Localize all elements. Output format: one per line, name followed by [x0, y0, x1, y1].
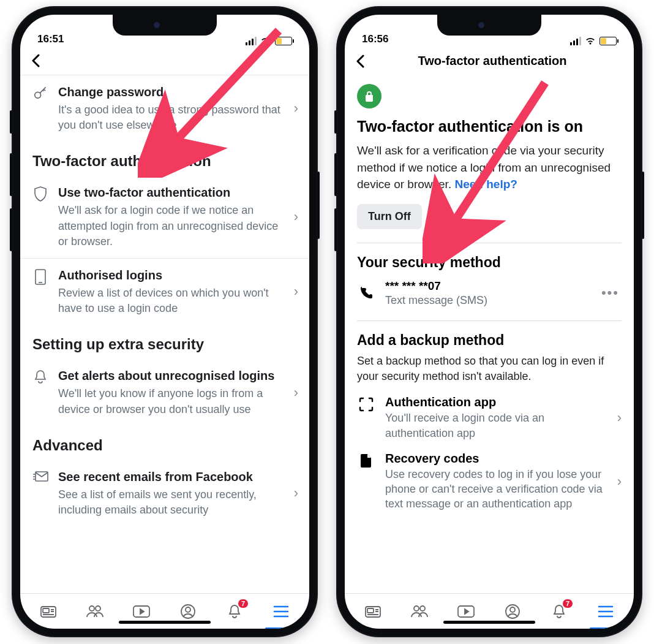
svg-point-10 [96, 606, 100, 611]
wifi-icon [585, 37, 596, 45]
more-options-icon[interactable]: ••• [599, 285, 622, 301]
back-button[interactable] [31, 54, 48, 67]
row-recent-emails[interactable]: See recent emails from Facebook See a li… [20, 460, 309, 526]
tab-menu[interactable] [269, 599, 293, 624]
row-recovery-codes[interactable]: Recovery codes Use recovery codes to log… [357, 452, 622, 512]
status-time: 16:51 [37, 33, 64, 45]
svg-point-13 [186, 607, 190, 612]
tab-home[interactable] [361, 599, 385, 624]
section-extra-security: Setting up extra security [20, 325, 309, 359]
backup-method-desc: Set a backup method so that you can log … [357, 354, 622, 384]
wifi-icon [260, 37, 271, 45]
mail-icon [31, 469, 50, 483]
row-subtitle: Use recovery codes to log in if you lose… [385, 467, 604, 512]
chevron-right-icon: › [614, 474, 622, 490]
tab-profile[interactable] [176, 599, 200, 624]
shield-icon [31, 184, 50, 203]
svg-point-22 [414, 606, 419, 611]
cellular-icon [570, 37, 581, 45]
scan-icon [357, 395, 375, 412]
row-get-alerts[interactable]: Get alerts about unrecognised logins We'… [20, 359, 309, 425]
bell-icon [31, 368, 50, 385]
backup-method-heading: Add a backup method [357, 332, 622, 349]
row-subtitle: See a list of emails we sent you recentl… [58, 487, 282, 518]
svg-rect-18 [367, 608, 374, 613]
chevron-right-icon: › [290, 385, 298, 401]
phone-handset-icon [357, 286, 375, 300]
tab-watch[interactable] [129, 599, 154, 624]
row-use-tfa[interactable]: Use two-factor authentication We'll ask … [20, 176, 309, 258]
svg-rect-5 [43, 608, 49, 613]
page-title: Two-factor authentication [379, 54, 606, 68]
phone-right: 16:56 Two-factor authentication Two-fact… [336, 6, 642, 637]
tab-friends[interactable] [83, 599, 107, 624]
row-subtitle: Review a list of devices on which you wo… [58, 286, 282, 316]
chevron-right-icon: › [614, 410, 622, 426]
notification-badge: 7 [562, 598, 574, 609]
row-title: Authorised logins [58, 267, 282, 283]
tab-profile[interactable] [500, 599, 525, 624]
nav-header: Two-factor authentication [345, 48, 634, 75]
tfa-on-heading: Two-factor authentication is on [357, 117, 622, 136]
row-auth-app[interactable]: Authentication app You'll receive a logi… [357, 395, 622, 441]
back-button[interactable] [356, 55, 373, 68]
tab-notifications[interactable]: 7 [222, 599, 247, 624]
tab-watch[interactable] [454, 599, 478, 624]
content-area: Change password It's a good idea to use … [20, 75, 309, 593]
svg-point-9 [89, 606, 94, 611]
row-title: Recovery codes [385, 452, 604, 466]
tab-friends[interactable] [407, 599, 432, 624]
svg-point-26 [510, 607, 515, 612]
security-method-row[interactable]: *** *** **07 Text message (SMS) ••• [357, 279, 622, 307]
turn-off-button[interactable]: Turn Off [357, 204, 422, 229]
chevron-right-icon: › [290, 485, 298, 501]
row-title: See recent emails from Facebook [58, 469, 282, 485]
phone-icon [31, 267, 50, 286]
tab-notifications[interactable]: 7 [547, 599, 571, 624]
phone-left: 16:51 Change password It's a [12, 6, 318, 637]
notification-badge: 7 [237, 598, 249, 609]
battery-icon [600, 37, 617, 45]
cellular-icon [246, 37, 257, 45]
status-time: 16:56 [362, 33, 388, 45]
battery-icon [275, 37, 292, 45]
file-icon [357, 452, 375, 469]
row-title: Change password [58, 84, 282, 100]
key-icon [31, 84, 50, 101]
section-two-factor: Two-factor authentication [20, 142, 309, 176]
row-authorised-logins[interactable]: Authorised logins Review a list of devic… [20, 258, 309, 325]
tab-menu[interactable] [593, 599, 618, 624]
row-subtitle: We'll ask for a login code if we notice … [58, 203, 282, 249]
method-phone-number: *** *** **07 [385, 279, 589, 293]
row-title: Use two-factor authentication [58, 184, 282, 200]
tfa-on-description: We'll ask for a verification code via yo… [357, 142, 622, 193]
row-title: Authentication app [385, 395, 604, 409]
chevron-right-icon: › [290, 284, 298, 300]
svg-point-23 [420, 606, 425, 611]
row-title: Get alerts about unrecognised logins [58, 368, 282, 384]
content-area: Two-factor authentication is on We'll as… [345, 75, 634, 593]
nav-header [20, 48, 309, 75]
row-subtitle: We'll let you know if anyone logs in fro… [58, 386, 282, 417]
section-advanced: Advanced [20, 426, 309, 460]
need-help-link[interactable]: Need help? [454, 178, 517, 191]
lock-badge-icon [357, 84, 382, 108]
home-indicator[interactable] [443, 621, 535, 624]
chevron-right-icon: › [290, 209, 298, 225]
row-subtitle: It's a good idea to use a strong passwor… [58, 102, 282, 133]
home-indicator[interactable] [119, 621, 211, 624]
row-change-password[interactable]: Change password It's a good idea to use … [20, 75, 309, 142]
chevron-right-icon: › [290, 100, 298, 116]
security-method-heading: Your security method [357, 254, 622, 271]
row-subtitle: You'll receive a login code via an authe… [385, 411, 604, 441]
method-type: Text message (SMS) [385, 294, 589, 307]
svg-point-0 [35, 92, 41, 98]
tab-home[interactable] [36, 599, 61, 624]
